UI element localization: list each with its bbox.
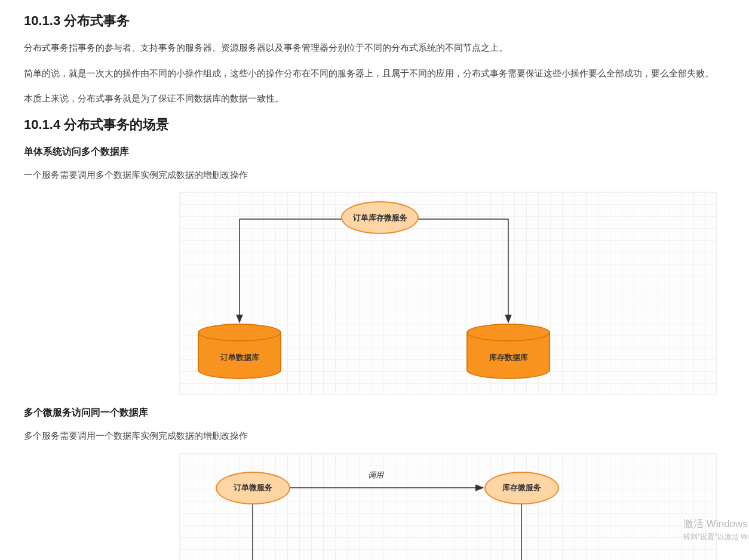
subsection-heading: 多个微服务访问同一个数据库 [24, 407, 725, 419]
subsection-heading: 单体系统访问多个数据库 [24, 146, 725, 158]
cylinder-cap-icon [466, 324, 550, 341]
paragraph-text: 一个服务需要调用多个数据库实例完成数据的增删改操作 [24, 167, 725, 184]
node-label: 库存微服务 [502, 482, 541, 493]
diagram-multi-service-single-db: 订单微服务 库存微服务 调用 [179, 453, 717, 561]
node-label: 订单微服务 [234, 482, 272, 493]
service-node-inventory: 库存微服务 [484, 472, 559, 504]
database-node-inventory: 库存数据库 [466, 324, 550, 380]
edge-label-call: 调用 [368, 470, 383, 481]
section-heading-10-1-3: 10.1.3 分布式事务 [24, 12, 725, 30]
database-node-order: 订单数据库 [198, 324, 281, 380]
diagram-connectors [180, 454, 716, 560]
cylinder-cap-icon [198, 324, 281, 341]
service-node-order: 订单微服务 [216, 472, 290, 504]
paragraph-text: 简单的说，就是一次大的操作由不同的小操作组成，这些小的操作分布在不同的服务器上，… [24, 65, 725, 82]
paragraph-text: 多个服务需要调用一个数据库实例完成数据的增删改操作 [24, 427, 725, 445]
node-label: 订单库存微服务 [353, 213, 407, 223]
paragraph-text: 分布式事务指事务的参与者、支持事务的服务器、资源服务器以及事务管理器分别位于不同… [24, 39, 725, 57]
section-heading-10-1-4: 10.1.4 分布式事务的场景 [24, 116, 725, 134]
service-node-order-inventory: 订单库存微服务 [341, 201, 419, 234]
paragraph-text: 本质上来说，分布式事务就是为了保证不同数据库的数据一致性。 [24, 90, 725, 107]
diagram-single-system-multi-db: 订单库存微服务 订单数据库 库存数据库 [179, 192, 717, 395]
